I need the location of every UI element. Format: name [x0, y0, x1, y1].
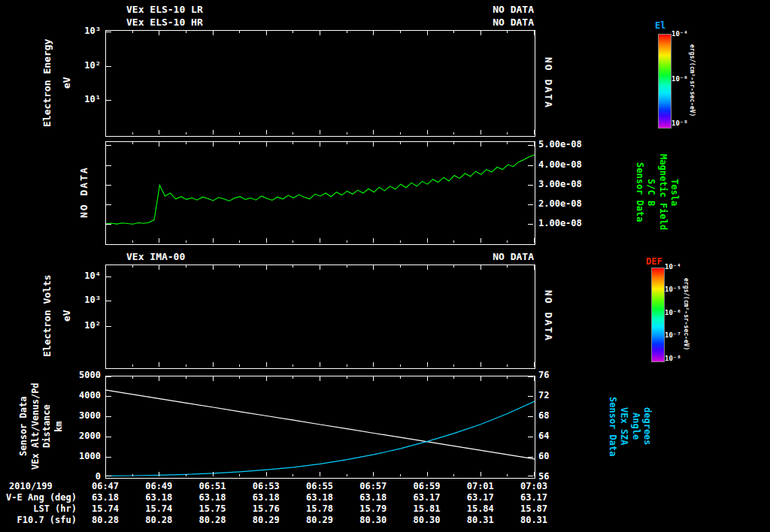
tick-mark: [293, 142, 293, 144]
tick-mark: [453, 31, 454, 33]
sza-label-line4: degrees: [641, 376, 653, 477]
table-row-label: LST (hr): [0, 503, 77, 514]
tick-mark: [528, 437, 533, 437]
tick-mark: [132, 364, 133, 367]
tick-mark: [132, 142, 133, 144]
table-cell: 63.18: [299, 492, 340, 503]
tick-mark: [213, 142, 214, 147]
table-cell: 80.30: [353, 515, 393, 525]
tick-mark: [400, 31, 401, 33]
tick-mark: [373, 362, 374, 367]
xtick-label: 07:03: [514, 481, 554, 491]
table-cell: 15.79: [353, 503, 393, 514]
tick-mark: [132, 474, 133, 476]
tick-mark: [186, 31, 186, 33]
tick-mark: [239, 142, 240, 144]
tick-mark: [534, 130, 535, 135]
tick-mark: [453, 474, 454, 476]
alt-ytick: 1000: [51, 451, 101, 461]
table-cell: 80.29: [299, 515, 340, 525]
tick-mark: [293, 240, 293, 243]
table-cell: 15.84: [460, 503, 501, 514]
tick-mark: [186, 364, 186, 367]
table-cell: 63.17: [514, 492, 554, 503]
colorbar2-tick: 10⁻⁷: [665, 331, 681, 339]
tick-mark: [159, 472, 159, 476]
sza-line: [106, 401, 535, 476]
tick-mark: [400, 364, 401, 367]
colorbar2-tick: 10⁻⁶: [665, 309, 681, 316]
tick-mark: [507, 132, 508, 135]
tick-mark: [132, 240, 133, 243]
tick-mark: [534, 376, 535, 381]
tick-mark: [480, 238, 481, 243]
ima-status: NO DATA: [421, 251, 534, 262]
tick-mark: [427, 31, 428, 35]
tick-mark: [528, 185, 533, 186]
xtick-label: 06:53: [246, 481, 286, 491]
tick-mark: [266, 362, 267, 367]
els-lr-title: VEx ELS-10 LR: [126, 4, 203, 15]
ima-no-data-label: NO DATA: [543, 264, 558, 367]
table-cell: 80.28: [85, 515, 126, 525]
eph-left-line1: Sensor Data: [18, 376, 30, 477]
tick-mark: [320, 472, 320, 476]
tick-mark: [427, 238, 428, 243]
table-cell: 15.76: [246, 503, 286, 514]
tick-mark: [528, 376, 533, 377]
table-cell: 63.17: [407, 492, 447, 503]
eph-left-line2: VEx Alt/Venus/Pd: [30, 376, 42, 477]
altitude-line: [106, 390, 535, 459]
tick-mark: [453, 240, 454, 243]
tick-mark: [528, 457, 533, 458]
table-cell: 15.78: [299, 503, 340, 514]
tick-mark: [106, 376, 111, 377]
colorbar1-tick: 10⁻⁴: [671, 30, 688, 38]
date-label: 2010/199: [9, 481, 53, 491]
mag-left-no-data-label: NO DATA: [78, 141, 93, 243]
tick-mark: [400, 142, 401, 144]
mag-line-chart: [106, 142, 535, 244]
colorbar2-tick: 10⁻⁸: [665, 355, 681, 362]
tick-mark: [347, 364, 347, 367]
tick-mark: [239, 376, 240, 379]
alt-ytick: 0: [51, 471, 101, 482]
tick-mark: [293, 364, 293, 367]
colorbar1-tick: 10⁻⁶: [671, 75, 688, 83]
tick-mark: [239, 474, 240, 476]
tick-mark: [320, 130, 320, 135]
table-cell: 80.31: [514, 515, 554, 525]
mag-ytick: 1.00e-08: [538, 218, 599, 228]
tick-mark: [106, 204, 111, 205]
tick-mark: [507, 31, 508, 33]
els-ytick: 10²: [51, 60, 101, 71]
tick-mark: [534, 265, 535, 270]
tick-mark: [186, 142, 186, 144]
mag-label-line1: Sensor Data: [633, 141, 645, 243]
tick-mark: [480, 265, 481, 270]
tick-mark: [239, 132, 240, 135]
tick-mark: [507, 474, 508, 476]
tick-mark: [132, 265, 133, 268]
tick-mark: [528, 224, 533, 225]
alt-ytick: 2000: [51, 431, 101, 441]
tick-mark: [159, 265, 159, 270]
tick-mark: [453, 364, 454, 367]
tick-mark: [528, 416, 533, 417]
colorbar2-title: DEF: [646, 256, 662, 267]
tick-mark: [507, 265, 508, 268]
sza-label-line2: VEx SZA: [618, 376, 630, 477]
els-lr-status: NO DATA: [421, 4, 534, 15]
tick-mark: [347, 474, 347, 476]
ephemeris-panel: [105, 376, 535, 479]
table-cell: 63.18: [353, 492, 393, 503]
tick-mark: [320, 265, 320, 270]
tick-mark: [213, 31, 214, 35]
mag-ytick: 5.00e-08: [538, 139, 599, 150]
tick-mark: [507, 364, 508, 367]
mag-label-line3: Magnetic Field: [656, 141, 668, 243]
tick-mark: [373, 142, 374, 147]
els-spectrogram-panel: [105, 30, 535, 137]
tick-mark: [186, 474, 186, 476]
xtick-label: 06:55: [299, 481, 340, 491]
